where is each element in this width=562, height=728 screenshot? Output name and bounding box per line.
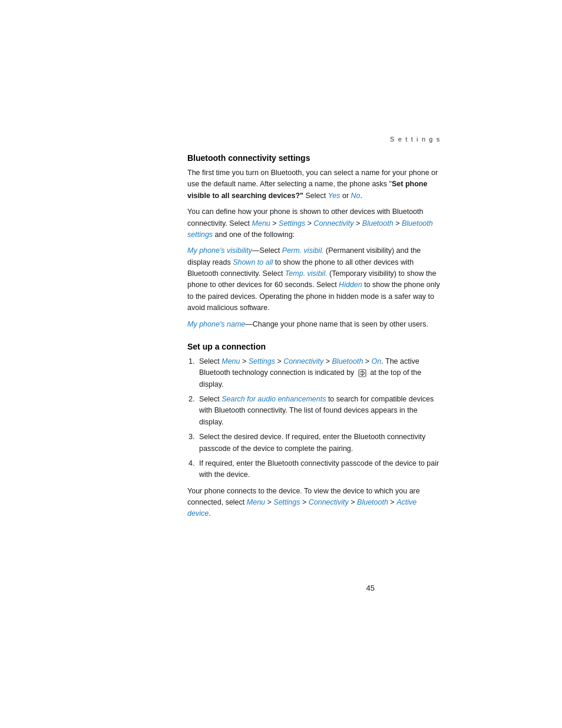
page-header: S e t t i n g s (187, 136, 441, 143)
item2-pre: Select (199, 395, 222, 403)
perm-visibil-link[interactable]: Perm. visibil. (282, 246, 324, 255)
item1-pre: Select (199, 357, 222, 365)
setup-connection-title: Set up a connection (187, 342, 441, 351)
arrow3: > (354, 219, 362, 228)
bluetooth-link1[interactable]: Bluetooth (362, 219, 394, 228)
my-phones-visibility-link[interactable]: My phone's visibility (187, 246, 252, 255)
para-a1: > (265, 498, 273, 506)
name-bullet: My phone's name—Change your phone name t… (187, 319, 441, 330)
item1-a3: > (323, 357, 332, 365)
item1-settings-link[interactable]: Settings (249, 357, 275, 365)
shown-to-all-link[interactable]: Shown to all (233, 258, 273, 266)
item1-a1: > (240, 357, 249, 365)
search-audio-link[interactable]: Search for audio enhancements (222, 395, 326, 403)
para-menu-link[interactable]: Menu (247, 498, 265, 506)
my-phones-name-link[interactable]: My phone's name (187, 320, 245, 328)
setup-steps-list: Select Menu > Settings > Connectivity > … (197, 356, 441, 481)
item1-a2: > (275, 357, 283, 365)
settings-header-text: S e t t i n g s (390, 136, 441, 143)
paragraph1: The first time you turn on Bluetooth, yo… (187, 167, 441, 202)
period1: . (361, 192, 362, 200)
arrow1: > (270, 219, 279, 228)
item1-bluetooth-link[interactable]: Bluetooth (332, 357, 363, 365)
bullet2-dash: —Change your phone name that is seen by … (245, 320, 428, 328)
para1-select: Select (303, 192, 328, 200)
arrow4: > (394, 219, 402, 228)
para-a2: > (300, 498, 308, 506)
temp-visibil-link[interactable]: Temp. visibil. (285, 269, 328, 278)
setup-step-3: Select the desired device. If required, … (197, 431, 441, 454)
paragraph2: You can define how your phone is shown t… (187, 206, 441, 241)
connectivity-link1[interactable]: Connectivity (314, 219, 354, 228)
page: S e t t i n g s Bluetooth connectivity s… (0, 0, 562, 728)
content-area: S e t t i n g s Bluetooth connectivity s… (187, 136, 441, 525)
no-link[interactable]: No (351, 192, 361, 200)
hidden-link[interactable]: Hidden (339, 281, 362, 289)
para2-end: and one of the following: (213, 230, 295, 239)
item1-menu-link[interactable]: Menu (222, 357, 240, 365)
item4-text: If required, enter the Bluetooth connect… (199, 459, 439, 479)
para-connectivity-link[interactable]: Connectivity (309, 498, 349, 506)
bullet1-dash: —Select (252, 246, 282, 255)
setup-step-2: Select Search for audio enhancements to … (197, 394, 441, 428)
setup-step-4: If required, enter the Bluetooth connect… (197, 458, 441, 481)
setup-step-1: Select Menu > Settings > Connectivity > … (197, 356, 441, 390)
bluetooth-section: Bluetooth connectivity settings The firs… (187, 153, 441, 330)
para-a3: > (349, 498, 357, 506)
closing-paragraph: Your phone connects to the device. To vi… (187, 486, 441, 520)
para-a4: > (388, 498, 396, 506)
page-number: 45 (366, 584, 375, 592)
para-settings-link[interactable]: Settings (273, 498, 300, 506)
item1-on-link[interactable]: On (372, 357, 382, 365)
item3-text: Select the desired device. If required, … (199, 433, 425, 452)
or-text: or (340, 192, 351, 200)
para-bluetooth-link[interactable]: Bluetooth (357, 498, 388, 506)
bluetooth-icon (358, 368, 367, 378)
item1-a4: > (363, 357, 371, 365)
item1-connectivity-link[interactable]: Connectivity (283, 357, 323, 365)
settings-link1[interactable]: Settings (279, 219, 305, 228)
para-period: . (209, 509, 210, 518)
menu-link1[interactable]: Menu (252, 219, 270, 228)
visibility-bullet: My phone's visibility—Select Perm. visib… (187, 245, 441, 314)
yes-link[interactable]: Yes (328, 192, 340, 200)
arrow2: > (305, 219, 313, 228)
setup-connection-section: Set up a connection Select Menu > Settin… (187, 342, 441, 520)
bluetooth-section-title: Bluetooth connectivity settings (187, 153, 441, 163)
